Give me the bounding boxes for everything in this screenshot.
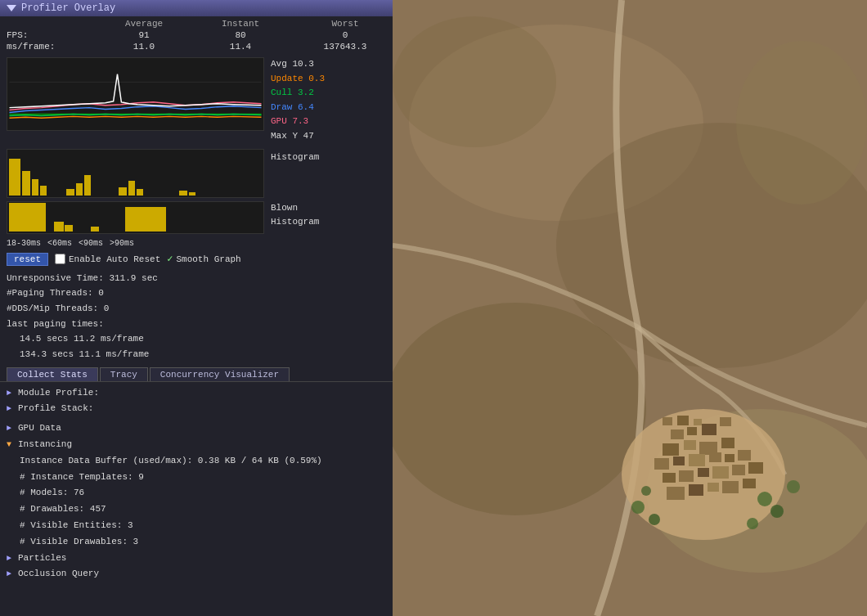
smooth-graph-label[interactable]: ✓ Smooth Graph: [167, 253, 240, 265]
fps-worst: 0: [304, 30, 386, 40]
info-block: Unresponsive Time: 311.9 sec #Paging Thr…: [0, 269, 393, 364]
blown-legend-row: 18-30ms <60ms <90ms >90ms: [0, 237, 393, 250]
gpu-data-arrow: ►: [7, 421, 15, 436]
svg-rect-24: [679, 470, 694, 482]
tree-item-instancing[interactable]: ▼ Instancing: [7, 437, 386, 453]
profile-stack-arrow: ►: [7, 402, 15, 416]
ms-label: ms/frame:: [7, 42, 80, 52]
auto-reset-label[interactable]: Enable Auto Reset: [55, 254, 160, 264]
gpu-data-label: GPU Data: [18, 420, 61, 437]
last-paging-label: last paging times:: [7, 317, 386, 332]
svg-rect-30: [689, 484, 703, 496]
perf-graph: [7, 57, 264, 131]
svg-point-40: [787, 480, 800, 493]
dds-threads: #DDS/Mip Threads: 0: [7, 301, 386, 317]
blown-hist-graph: [7, 201, 264, 234]
hist-bar-5: [66, 189, 74, 196]
svg-rect-11: [702, 424, 717, 435]
blown-bar-2: [54, 222, 64, 232]
svg-rect-9: [671, 429, 684, 439]
instance-visible-drawables: # Visible Drawables: 3: [20, 534, 386, 551]
profile-stack-label: Profile Stack:: [18, 401, 93, 417]
paging-time-1: 14.5 secs 11.2 ms/frame: [7, 331, 386, 347]
unresponsive-time: Unresponsive Time: 311.9 sec: [7, 271, 386, 286]
auto-reset-checkbox[interactable]: [55, 254, 65, 264]
hist-bar-8: [119, 187, 127, 196]
perf-graph-svg: [7, 58, 263, 130]
svg-rect-12: [720, 417, 731, 426]
blown-hist-area: BlownHistogram: [0, 200, 393, 237]
stats-header-row: Average Instant Worst: [7, 18, 386, 29]
ms-row: ms/frame: 11.0 11.4 137643.3: [7, 41, 386, 52]
tab-concurrency[interactable]: Concurrency Visualizer: [150, 367, 290, 381]
range-90: <90ms: [79, 239, 103, 248]
svg-rect-27: [732, 465, 745, 475]
tree-item-gpu-data[interactable]: ► GPU Data: [7, 420, 386, 437]
aerial-background: [393, 0, 867, 616]
svg-rect-22: [738, 450, 751, 461]
tabs-row: Collect Stats Tracy Concurrency Visualiz…: [0, 364, 393, 382]
svg-rect-10: [687, 427, 697, 435]
instancing-sub-section: Instance Data Buffer (used/max): 0.38 KB…: [7, 453, 386, 551]
module-profile-label: Module Profile:: [18, 385, 99, 402]
svg-rect-16: [721, 438, 734, 448]
stats-table: Average Instant Worst FPS: 91 80 0 ms/fr…: [0, 16, 393, 54]
fps-inst: 80: [208, 30, 273, 40]
instance-models: # Models: 76: [20, 485, 386, 501]
module-profile-arrow: ►: [7, 386, 15, 401]
hist-bar-11: [179, 191, 187, 196]
histogram-area: Histogram: [0, 147, 393, 200]
svg-point-36: [757, 492, 772, 506]
instancing-arrow: ▼: [7, 438, 15, 452]
svg-rect-8: [694, 419, 702, 425]
ms-avg: 11.0: [111, 42, 177, 52]
tab-collect-stats[interactable]: Collect Stats: [7, 367, 98, 381]
instance-visible-entities: # Visible Entities: 3: [20, 518, 386, 534]
tree-item-profile-stack[interactable]: ► Profile Stack:: [7, 401, 386, 417]
stats-avg-header: Average: [111, 19, 177, 29]
svg-rect-13: [663, 443, 679, 456]
particles-arrow: ►: [7, 551, 15, 566]
svg-rect-32: [722, 481, 739, 493]
svg-point-41: [393, 16, 556, 147]
hist-bar-9: [128, 181, 135, 196]
reset-button[interactable]: reset: [7, 253, 48, 266]
svg-rect-21: [725, 454, 734, 462]
svg-point-42: [736, 41, 867, 205]
histogram-label: Histogram: [271, 149, 319, 198]
blown-bar-4: [91, 227, 99, 232]
perf-graph-area: Avg 10.3 Update 0.3 Cull 3.2 Draw 6.4 GP…: [0, 54, 393, 147]
particles-label: Particles: [18, 551, 66, 567]
stats-worst-header: Worst: [304, 19, 386, 29]
svg-rect-23: [663, 473, 676, 483]
legend-update: Update 0.3: [271, 72, 325, 87]
hist-bar-7: [84, 175, 91, 196]
legend-cull: Cull 3.2: [271, 86, 325, 101]
blown-bar-5: [125, 207, 166, 232]
legend-maxy: Max Y 47: [271, 129, 325, 144]
fps-avg: 91: [111, 30, 177, 40]
tree-item-module-profile[interactable]: ► Module Profile:: [7, 385, 386, 402]
tree-item-particles[interactable]: ► Particles: [7, 551, 386, 567]
svg-point-35: [649, 514, 660, 525]
svg-rect-14: [684, 440, 696, 450]
svg-rect-6: [663, 417, 672, 425]
svg-rect-43: [10, 58, 262, 130]
svg-rect-25: [698, 468, 709, 477]
tab-tracy[interactable]: Tracy: [100, 367, 148, 381]
profiler-header: Profiler Overlay: [0, 0, 393, 16]
svg-point-39: [641, 486, 651, 496]
hist-bar-6: [76, 183, 83, 196]
legend-gpu: GPU 7.3: [271, 115, 325, 129]
hist-bar-2: [22, 171, 30, 196]
svg-rect-17: [654, 458, 669, 470]
svg-rect-26: [712, 466, 729, 479]
hist-bar-3: [32, 179, 38, 196]
svg-rect-7: [677, 416, 689, 425]
tree-item-occlusion[interactable]: ► Occlusion Query: [7, 566, 386, 582]
collapse-icon[interactable]: [7, 5, 16, 11]
stats-inst-header: Instant: [208, 19, 273, 29]
svg-rect-20: [709, 452, 721, 462]
blown-bar-3: [65, 225, 73, 232]
hist-bar-1: [9, 159, 20, 196]
